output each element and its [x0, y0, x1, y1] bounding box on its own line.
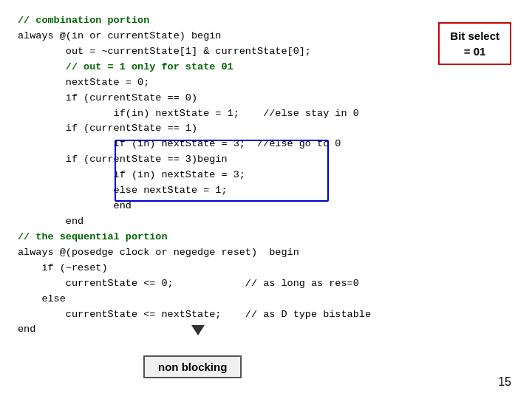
- code-line-15: // the sequential portion: [18, 230, 514, 245]
- code-line-12: else nextState = 1;: [18, 183, 514, 199]
- slide: Bit select = 01 // combination portion a…: [0, 0, 532, 399]
- non-blocking-label: non blocking: [158, 361, 227, 373]
- code-line-6: if (currentState == 0): [18, 91, 514, 106]
- code-line-5: nextState = 0;: [18, 75, 514, 91]
- code-line-20: currentState <= nextState; // as D type …: [18, 307, 514, 323]
- code-line-18: currentState <= 0; // as long as res=0: [18, 276, 514, 292]
- page-number: 15: [498, 375, 511, 389]
- code-line-21: end: [18, 322, 514, 338]
- code-line-14: end: [18, 214, 514, 230]
- code-line-10: if (currentState == 3)begin: [18, 152, 514, 168]
- code-line-17: if (~reset): [18, 261, 514, 276]
- non-blocking-box: non blocking: [143, 355, 242, 378]
- code-line-13: end: [18, 199, 514, 214]
- code-line-7: if(in) nextState = 1; //else stay in 0: [18, 106, 514, 122]
- code-line-1: // combination portion: [18, 13, 514, 29]
- code-line-16: always @(posedge clock or negedge reset)…: [18, 245, 514, 261]
- code-line-8: if (currentState == 1): [18, 121, 514, 137]
- code-line-11: if (in) nextState = 3;: [18, 168, 514, 183]
- code-block: // combination portion always @(in or cu…: [18, 13, 514, 338]
- code-line-2: always @(in or currentState) begin: [18, 29, 514, 44]
- code-line-3: out = ~currentState[1] & currentState[0]…: [18, 44, 514, 60]
- code-line-19: else: [18, 292, 514, 307]
- code-line-4: // out = 1 only for state 01: [18, 60, 514, 75]
- code-line-9: if (in) nextState = 3; //else go to 0: [18, 137, 514, 152]
- arrow-down-icon: [191, 325, 205, 335]
